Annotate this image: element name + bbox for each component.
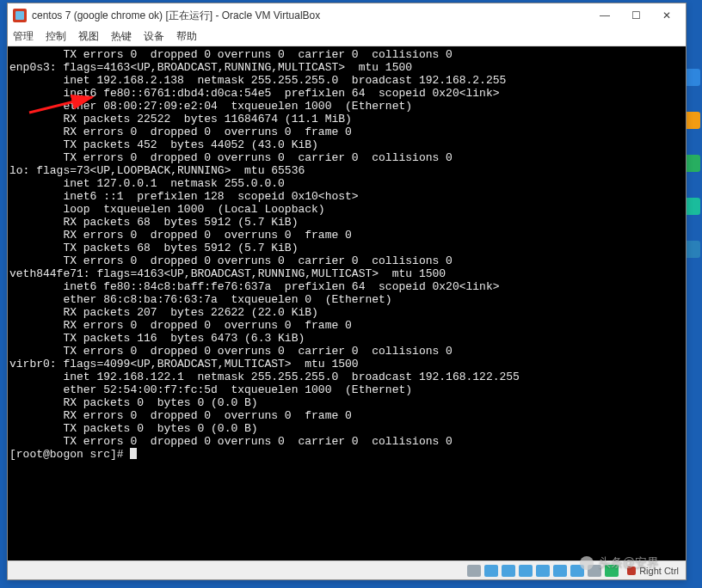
terminal-line: TX packets 68 bytes 5912 (5.7 KiB): [9, 242, 686, 254]
menu-hotkeys[interactable]: 热键: [111, 29, 132, 44]
network-icon: [519, 565, 533, 577]
close-button[interactable]: ✕: [651, 5, 682, 26]
terminal-line: TX errors 0 dropped 0 overruns 0 carrier…: [9, 345, 686, 358]
titlebar[interactable]: centos 7 (google chrome ok) [正在运行] - Ora…: [8, 3, 686, 28]
terminal-line: RX packets 207 bytes 22622 (22.0 KiB): [9, 306, 686, 319]
terminal-line: RX packets 0 bytes 0 (0.0 B): [9, 396, 686, 409]
terminal-line: ether 52:54:00:f7:fc:5d txqueuelen 1000 …: [9, 383, 686, 396]
terminal-line: inet 192.168.2.138 netmask 255.255.255.0…: [9, 74, 686, 87]
terminal-line: [root@bogon src]#: [9, 448, 686, 461]
terminal-line: TX errors 0 dropped 0 overruns 0 carrier…: [9, 435, 686, 448]
terminal-line: TX packets 0 bytes 0 (0.0 B): [9, 422, 686, 435]
watermark-text: 头条@安界: [599, 555, 659, 571]
optical-icon: [484, 565, 498, 577]
watermark: 头条@安界: [580, 555, 659, 571]
menu-control[interactable]: 控制: [46, 29, 66, 44]
terminal-line: ether 86:c8:ba:76:63:7a txqueuelen 0 (Et…: [9, 293, 686, 306]
terminal-line: ether 08:00:27:09:e2:04 txqueuelen 1000 …: [9, 100, 686, 113]
terminal-line: enp0s3: flags=4163<UP,BROADCAST,RUNNING,…: [9, 61, 686, 74]
terminal[interactable]: TX errors 0 dropped 0 overruns 0 carrier…: [8, 46, 686, 560]
terminal-line: RX errors 0 dropped 0 overruns 0 frame 0: [9, 319, 686, 332]
terminal-line: TX errors 0 dropped 0 overruns 0 carrier…: [9, 151, 686, 164]
terminal-line: lo: flags=73<UP,LOOPBACK,RUNNING> mtu 65…: [9, 164, 686, 177]
terminal-line: RX errors 0 dropped 0 overruns 0 frame 0: [9, 229, 686, 242]
menu-view[interactable]: 视图: [78, 29, 99, 44]
terminal-line: inet 127.0.0.1 netmask 255.0.0.0: [9, 177, 686, 190]
terminal-line: RX errors 0 dropped 0 overruns 0 frame 0: [9, 409, 686, 422]
menu-manage[interactable]: 管理: [13, 29, 34, 44]
terminal-line: inet6 fe80::84c8:baff:fe76:637a prefixle…: [9, 280, 686, 293]
disk-icon: [467, 565, 481, 577]
terminal-line: inet6 ::1 prefixlen 128 scopeid 0x10<hos…: [9, 190, 686, 203]
window-title: centos 7 (google chrome ok) [正在运行] - Ora…: [32, 9, 589, 23]
menubar: 管理 控制 视图 热键 设备 帮助: [8, 28, 686, 46]
terminal-line: loop txqueuelen 1000 (Local Loopback): [9, 203, 686, 216]
audio-icon: [502, 565, 515, 577]
menu-devices[interactable]: 设备: [144, 29, 164, 44]
cursor: [130, 448, 137, 459]
virtualbox-icon: [13, 9, 27, 22]
terminal-line: inet 192.168.122.1 netmask 255.255.255.0…: [9, 371, 686, 383]
terminal-line: TX packets 116 bytes 6473 (6.3 KiB): [9, 332, 686, 345]
maximize-button[interactable]: ☐: [620, 5, 651, 26]
shared-folders-icon: [553, 565, 567, 577]
terminal-line: RX packets 68 bytes 5912 (5.7 KiB): [9, 216, 686, 229]
terminal-line: virbr0: flags=4099<UP,BROADCAST,MULTICAS…: [9, 358, 686, 371]
usb-icon: [536, 565, 550, 577]
terminal-line: TX errors 0 dropped 0 overruns 0 carrier…: [9, 254, 686, 267]
watermark-icon: [580, 556, 594, 570]
terminal-line: inet6 fe80::6761:dbd4:d0ca:54e5 prefixle…: [9, 87, 686, 100]
minimize-button[interactable]: —: [589, 5, 620, 26]
terminal-line: RX packets 22522 bytes 11684674 (11.1 Mi…: [9, 113, 686, 126]
virtualbox-window: centos 7 (google chrome ok) [正在运行] - Ora…: [7, 3, 687, 580]
terminal-line: TX packets 452 bytes 44052 (43.0 KiB): [9, 138, 686, 151]
terminal-line: veth844fe71: flags=4163<UP,BROADCAST,RUN…: [9, 267, 686, 280]
menu-help[interactable]: 帮助: [176, 29, 197, 44]
terminal-line: RX errors 0 dropped 0 overruns 0 frame 0: [9, 126, 686, 138]
terminal-line: TX errors 0 dropped 0 overruns 0 carrier…: [9, 48, 686, 61]
